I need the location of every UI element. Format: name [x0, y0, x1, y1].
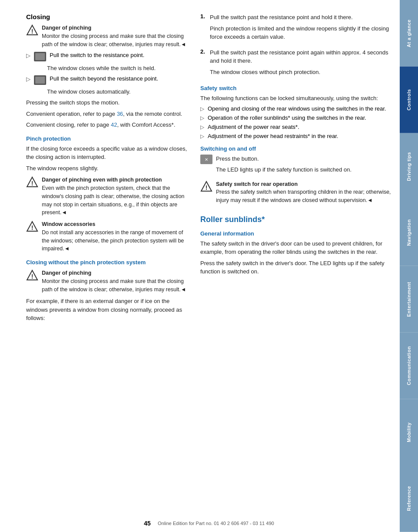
bullet-1: ▷ Opening and closing of the rear window…: [200, 105, 391, 112]
switch-icon-2: [34, 75, 46, 85]
warning-text-2: Danger of pinching even with pinch prote…: [42, 176, 192, 217]
danger-icon-4: !: [26, 269, 38, 282]
bullet-arrow-3: ▷: [200, 124, 204, 130]
bullet-arrow-1: ▷: [200, 106, 204, 112]
external-danger-text: For example, if there is an external dan…: [26, 297, 192, 323]
sidebar-item-driving-tips[interactable]: Driving tips: [400, 133, 418, 200]
page-container: Closing ! Danger of pinching Monitor the…: [0, 0, 418, 532]
step1-sub: The window closes while the switch is he…: [47, 64, 192, 73]
sidebar-item-mobility[interactable]: Mobility: [400, 399, 418, 466]
right-column: 1. Pull the switch past the resistance p…: [200, 13, 391, 515]
warning-box-2: ! Danger of pinching even with pinch pro…: [26, 176, 192, 217]
switching-icon-row: Press the button. The LED lights up if t…: [200, 155, 391, 177]
danger-icon-1: !: [26, 24, 38, 37]
step2-text1: Pull the switch past the resistance poin…: [210, 48, 391, 65]
warning-box-4: ! Danger of pinching Monitor the closing…: [26, 269, 192, 293]
bullet-2: ▷ Operation of the roller sunblinds* usi…: [200, 114, 391, 121]
arrow-1: ▷: [26, 52, 30, 59]
safety-switch-title: Safety switch: [200, 85, 391, 91]
switch-icon-1: [34, 52, 46, 61]
step2-text: Pull the switch beyond the resistance po…: [50, 75, 158, 82]
sidebar-item-communication[interactable]: Communication: [400, 333, 418, 399]
step2-content: Pull the switch past the resistance poin…: [210, 48, 391, 79]
warning-box-5: ! Safety switch for rear operation Press…: [200, 180, 391, 205]
pressing-text: Pressing the switch stops the motion.: [26, 98, 192, 107]
step2-num: 2.: [200, 48, 206, 79]
step2-row: ▷ Pull the switch beyond the resistance …: [26, 75, 192, 85]
danger-icon-5: !: [200, 181, 212, 193]
general-info-title: General information: [200, 230, 391, 237]
bullet-3: ▷ Adjustment of the power rear seats*.: [200, 124, 391, 130]
switching-text: Press the button. The LED lights up if t…: [216, 155, 351, 177]
svg-text:!: !: [31, 224, 34, 231]
warning-text-3: Window accessories Do not install any ac…: [42, 220, 192, 253]
page-42-link[interactable]: 42: [111, 121, 117, 128]
general-p1: The safety switch in the driver's door c…: [200, 239, 391, 256]
sidebar-item-at-a-glance[interactable]: At a glance: [400, 0, 418, 67]
main-content: Closing ! Danger of pinching Monitor the…: [0, 0, 400, 532]
step1-num: 1.: [200, 13, 206, 44]
danger-icon-2: !: [26, 176, 38, 189]
roller-title: Roller sunblinds*: [200, 215, 391, 224]
switching-title: Switching on and off: [200, 145, 391, 152]
sidebar-item-navigation[interactable]: Navigation: [400, 199, 418, 266]
page-36-link[interactable]: 36: [117, 111, 123, 117]
convenient2: Convenient closing, refer to page 42, wi…: [26, 121, 192, 129]
pinch-p2: The window reopens slightly.: [26, 164, 192, 173]
step1-row: ▷ Pull the switch to the resistance poin…: [26, 52, 192, 61]
bullet-arrow-4: ▷: [200, 133, 204, 139]
convenient1: Convenient operation, refer to page 36, …: [26, 110, 192, 118]
step1-content: Pull the switch past the resistance poin…: [210, 13, 391, 44]
warning-box-1: ! Danger of pinching Monitor the closing…: [26, 24, 192, 48]
warning-text-5: Safety switch for rear operation Press t…: [216, 180, 391, 205]
bullet-arrow-2: ▷: [200, 115, 204, 121]
safety-p1: The following functions can be locked si…: [200, 94, 391, 103]
step1-text: Pull the switch to the resistance point.: [50, 52, 145, 58]
arrow-2: ▷: [26, 76, 30, 82]
warning-text-1: Danger of pinching Monitor the closing p…: [42, 24, 192, 48]
page-footer: 45 Online Edition for Part no. 01 40 2 6…: [0, 520, 418, 527]
right-step2: 2. Pull the switch past the resistance p…: [200, 48, 391, 79]
sidebar-item-entertainment[interactable]: Entertainment: [400, 266, 418, 333]
sidebar-item-controls[interactable]: Controls: [400, 67, 418, 133]
right-step1: 1. Pull the switch past the resistance p…: [200, 13, 391, 44]
pinch-title: Pinch protection: [26, 135, 192, 142]
svg-text:!: !: [31, 28, 34, 35]
step1-text1: Pull the switch past the resistance poin…: [210, 13, 391, 22]
svg-text:!: !: [31, 273, 34, 280]
step2-sub: The window closes automatically.: [47, 88, 192, 96]
svg-text:!: !: [31, 180, 34, 187]
warning-box-3: ! Window accessories Do not install any …: [26, 220, 192, 253]
safety-switch-icon: [200, 155, 212, 164]
step1-text2: Pinch protection is limited and the wind…: [210, 24, 391, 41]
general-p2: Press the safety switch in the driver's …: [200, 259, 391, 276]
svg-text:!: !: [206, 184, 208, 191]
footer-text: Online Edition for Part no. 01 40 2 606 …: [158, 521, 274, 526]
closing-no-pinch-title: Closing without the pinch protection sys…: [26, 259, 192, 266]
warning-text-4: Danger of pinching Monitor the closing p…: [42, 269, 192, 293]
step2-text2: The window closes without pinch protecti…: [210, 68, 391, 77]
left-column: Closing ! Danger of pinching Monitor the…: [26, 13, 192, 515]
closing-title: Closing: [26, 13, 192, 20]
pinch-p1: If the closing force exceeds a specific …: [26, 145, 192, 162]
bullet-4: ▷ Adjustment of the power head restraint…: [200, 133, 391, 139]
page-number: 45: [144, 520, 151, 527]
sidebar: At a glance Controls Driving tips Naviga…: [400, 0, 418, 532]
danger-icon-3: !: [26, 221, 38, 233]
